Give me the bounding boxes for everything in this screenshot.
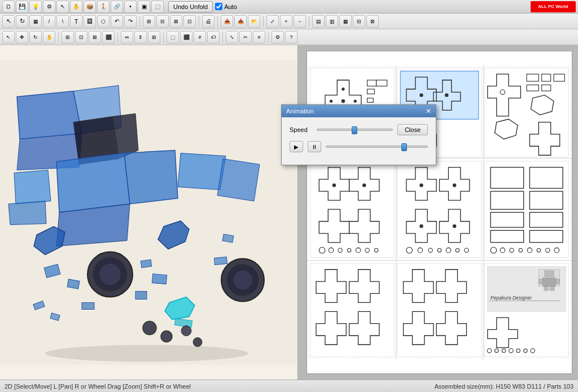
toolbar-2: ↖ ✥ ↻ ✋ ⊞ ⊡ ⊠ ⬛ ⇔ ⇕ ⊞ ⬚ ⬛ # 🏷 ⤡ ✂ ≡ ⚙ ? [0, 29, 578, 45]
square-icon[interactable]: ▣ [138, 1, 150, 13]
number-icon[interactable]: # [194, 31, 206, 43]
dot-icon[interactable]: • [124, 1, 137, 13]
svg-rect-36 [222, 234, 234, 243]
split-v-icon[interactable]: ⊟ [353, 15, 365, 28]
select-icon[interactable]: ↖ [2, 15, 15, 28]
svg-marker-6 [56, 153, 130, 213]
svg-marker-12 [217, 159, 260, 201]
animation-close-x-button[interactable]: ✕ [426, 107, 431, 115]
zoom-out-icon[interactable]: − [294, 15, 306, 28]
sep-10 [268, 32, 269, 43]
label-icon[interactable]: 🏷 [207, 31, 220, 43]
cube-icon[interactable]: ⬡ [97, 15, 110, 28]
layout3-icon[interactable]: ▦ [339, 15, 352, 28]
svg-point-57 [445, 93, 448, 96]
select2-icon[interactable]: ↖ [2, 31, 15, 43]
cursor-icon[interactable]: ↖ [56, 1, 69, 13]
svg-point-31 [181, 326, 191, 336]
print-icon[interactable]: 🖨 [202, 15, 214, 28]
redo-icon[interactable]: ↷ [124, 15, 137, 28]
undo-unfold-button[interactable]: Undo Unfold [168, 1, 213, 12]
svg-point-37 [45, 345, 248, 362]
fold-icon[interactable]: ⊟ [156, 15, 169, 28]
move-icon[interactable]: ✥ [16, 31, 28, 43]
speed-label: Speed [290, 126, 312, 133]
link-icon[interactable]: 🔗 [111, 1, 123, 13]
align-icon[interactable]: ≡ [253, 31, 265, 43]
rotate-icon[interactable]: ↻ [16, 15, 28, 28]
group-icon[interactable]: ⊡ [75, 31, 87, 43]
progress-bar[interactable] [326, 146, 428, 148]
flip-icon[interactable]: ⇕ [134, 31, 147, 43]
zoom-fit-icon[interactable]: ⤢ [266, 15, 279, 28]
3d-model-svg [0, 45, 297, 380]
logo-area: ALL PC World [531, 1, 576, 12]
unfold2-icon[interactable]: ⊞ [62, 31, 74, 43]
svg-point-30 [161, 331, 172, 342]
layout2-icon[interactable]: ▥ [326, 15, 338, 28]
explode-icon[interactable]: ⊠ [170, 15, 182, 28]
snap-icon[interactable]: ⊞ [148, 31, 160, 43]
scale-icon[interactable]: ⤡ [226, 31, 238, 43]
unfold-icon[interactable]: ⊞ [143, 15, 155, 28]
settings2-icon[interactable]: ⚙ [272, 31, 284, 43]
zoom-in-icon[interactable]: + [280, 15, 292, 28]
svg-marker-11 [178, 153, 226, 190]
rotate2-icon[interactable]: ↻ [29, 31, 42, 43]
svg-point-20 [234, 271, 252, 289]
status-bar: 2D [Select/Move] L [Pan] R or Wheel Drag… [0, 380, 578, 392]
color-icon[interactable]: ⬛ [102, 31, 115, 43]
svg-rect-35 [214, 257, 227, 265]
svg-rect-139 [550, 287, 554, 290]
grid-icon[interactable]: ▦ [29, 15, 42, 28]
animation-dialog-title[interactable]: Animation ✕ [282, 105, 436, 117]
main-content: Pepakura Designer [0, 45, 578, 380]
export-icon[interactable]: 📤 [221, 15, 233, 28]
box-icon[interactable]: 📦 [84, 1, 96, 13]
new-icon[interactable]: 🗋 [2, 1, 15, 13]
play-button[interactable]: ▶ [290, 141, 303, 152]
pause-button[interactable]: ⏸ [308, 141, 321, 152]
2d-view[interactable]: Pepakura Designer [298, 45, 578, 380]
auto-checkbox[interactable] [215, 3, 222, 10]
parts-icon[interactable]: ⊡ [183, 15, 196, 28]
save-icon[interactable]: 💾 [16, 1, 28, 13]
3d-view-icon[interactable]: ⬚ [151, 1, 164, 13]
light-icon[interactable]: 💡 [29, 1, 42, 13]
help-icon[interactable]: ? [285, 31, 297, 43]
svg-point-95 [419, 224, 423, 228]
text-icon[interactable]: T [70, 15, 82, 28]
import-icon[interactable]: 📥 [234, 15, 247, 28]
svg-rect-135 [543, 278, 555, 287]
undo-icon[interactable]: ↶ [111, 15, 123, 28]
svg-marker-1 [17, 91, 82, 139]
pan-icon[interactable]: ✋ [43, 31, 55, 43]
settings-icon[interactable]: ⚙ [43, 1, 55, 13]
layout1-icon[interactable]: ▤ [312, 15, 325, 28]
figure-icon[interactable]: 🚶 [97, 1, 110, 13]
auto-label: Auto [224, 3, 237, 10]
crop-icon[interactable]: ✂ [239, 31, 252, 43]
edge2-icon[interactable]: \ [56, 15, 69, 28]
edge-icon[interactable]: / [43, 15, 55, 28]
speed-slider[interactable] [317, 129, 393, 131]
sep-9 [222, 32, 223, 43]
title-bar: 🗋 💾 💡 ⚙ ↖ ✋ 📦 🚶 🔗 • ▣ ⬚ Undo Unfold Auto… [0, 0, 578, 14]
assign-icon[interactable]: ⊠ [89, 31, 101, 43]
back-icon[interactable]: ⬛ [180, 31, 192, 43]
image-icon[interactable]: 🖼 [84, 15, 96, 28]
svg-point-43 [341, 99, 345, 103]
open-icon[interactable]: 📂 [248, 15, 260, 28]
3d-view[interactable] [0, 45, 298, 380]
close-button[interactable]: Close [397, 124, 428, 135]
mirror-icon[interactable]: ⇔ [121, 31, 133, 43]
sep-4 [263, 16, 264, 27]
animation-dialog: Animation ✕ Speed Close ▶ ⏸ [281, 104, 436, 165]
svg-rect-137 [555, 279, 559, 284]
split-h-icon[interactable]: ⊠ [366, 15, 379, 28]
svg-rect-126 [397, 263, 481, 356]
hand-icon[interactable]: ✋ [70, 1, 82, 13]
front-icon[interactable]: ⬚ [167, 31, 179, 43]
svg-rect-88 [397, 161, 481, 258]
sep-5 [309, 16, 309, 27]
